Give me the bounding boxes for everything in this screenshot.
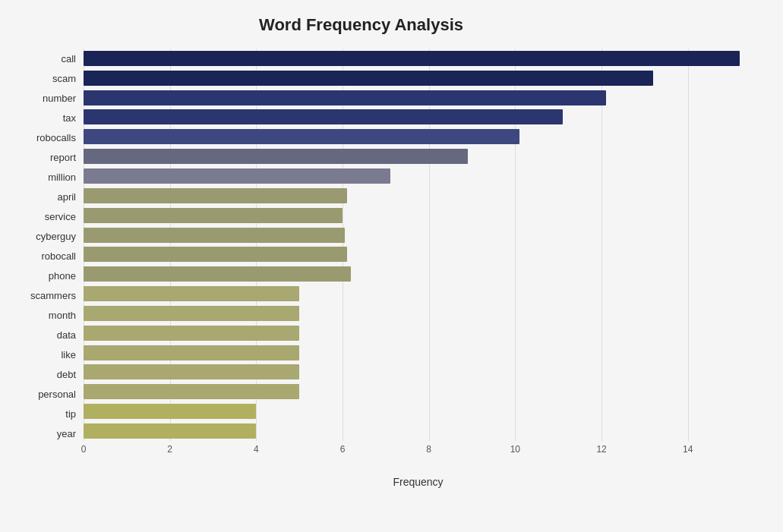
bar-row: [84, 167, 753, 185]
bar-row: [84, 304, 753, 323]
bar-row: [84, 89, 753, 107]
y-label: number: [43, 88, 76, 108]
bar: [84, 71, 653, 86]
bar: [84, 149, 468, 164]
plot-area: Frequency 02468101214: [84, 49, 753, 467]
bar: [84, 286, 299, 301]
bar: [84, 266, 351, 282]
y-label: month: [49, 306, 76, 326]
y-label: million: [48, 167, 76, 187]
bar-row: [84, 344, 753, 362]
bar-row: [84, 422, 753, 440]
x-axis-label: Frequency: [393, 476, 443, 488]
y-label: service: [45, 206, 76, 226]
bar: [84, 345, 299, 360]
bar: [84, 51, 740, 66]
bar: [84, 404, 256, 419]
x-tick: 0: [81, 444, 87, 455]
y-label: scam: [52, 68, 76, 88]
x-tick: 14: [683, 444, 693, 455]
bar-row: [84, 285, 753, 303]
x-tick: 12: [596, 444, 606, 455]
chart-area: callscamnumbertaxrobocallsreportmilliona…: [15, 49, 753, 467]
bar-row: [84, 363, 753, 381]
y-label: phone: [49, 266, 76, 286]
bar-row: [84, 226, 753, 244]
y-label: like: [61, 345, 76, 365]
bar: [84, 364, 299, 379]
x-tick: 6: [340, 444, 346, 455]
bar-row: [84, 265, 753, 283]
chart-container: Word Frequency Analysis callscamnumberta…: [0, 0, 783, 532]
bar-row: [84, 382, 753, 401]
y-label: personal: [38, 385, 76, 405]
y-axis: callscamnumbertaxrobocallsreportmilliona…: [15, 49, 84, 467]
bar: [84, 208, 343, 223]
y-label: year: [57, 424, 76, 444]
bar-row: [84, 69, 753, 87]
bar-row: [84, 206, 753, 225]
bar-row: [84, 49, 753, 68]
y-label: scammers: [30, 286, 76, 306]
bar-row: [84, 108, 753, 126]
bar-row: [84, 187, 753, 205]
y-label: robocalls: [36, 127, 76, 147]
bar-row: [84, 324, 753, 342]
bar: [84, 423, 256, 439]
x-tick: 10: [510, 444, 520, 455]
bar: [84, 109, 563, 124]
bar: [84, 228, 345, 243]
bar: [84, 326, 299, 341]
y-label: april: [57, 187, 76, 206]
bar-row: [84, 402, 753, 420]
x-tick: 8: [426, 444, 431, 455]
bar-row: [84, 127, 753, 146]
bar: [84, 90, 606, 105]
bar-row: [84, 245, 753, 263]
y-label: tax: [63, 108, 76, 127]
bar: [84, 306, 299, 321]
y-label: tip: [65, 405, 76, 424]
bars-section: [84, 49, 753, 441]
x-axis: Frequency 02468101214: [84, 444, 753, 467]
y-label: cyberguy: [36, 226, 76, 246]
bar: [84, 384, 299, 399]
y-label: call: [61, 49, 76, 68]
x-tick: 4: [254, 444, 259, 455]
bar: [84, 188, 347, 203]
bar: [84, 168, 390, 184]
chart-title: Word Frequency Analysis: [15, 15, 753, 35]
bar-row: [84, 147, 753, 165]
bar: [84, 247, 347, 262]
y-label: report: [50, 147, 76, 167]
y-label: data: [57, 326, 76, 345]
y-label: robocall: [41, 246, 76, 266]
y-label: debt: [57, 365, 76, 385]
bar: [84, 129, 519, 144]
x-tick: 2: [167, 444, 172, 455]
